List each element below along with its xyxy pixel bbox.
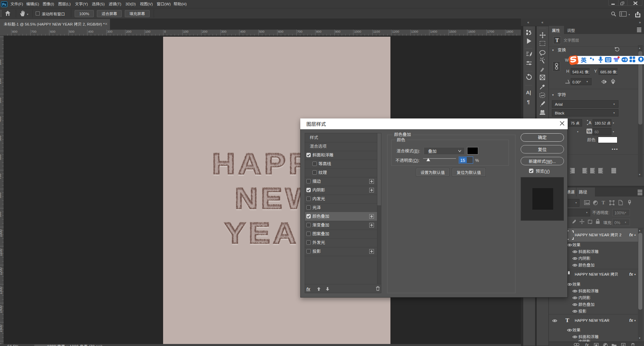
svg-text:A: A — [589, 120, 592, 125]
